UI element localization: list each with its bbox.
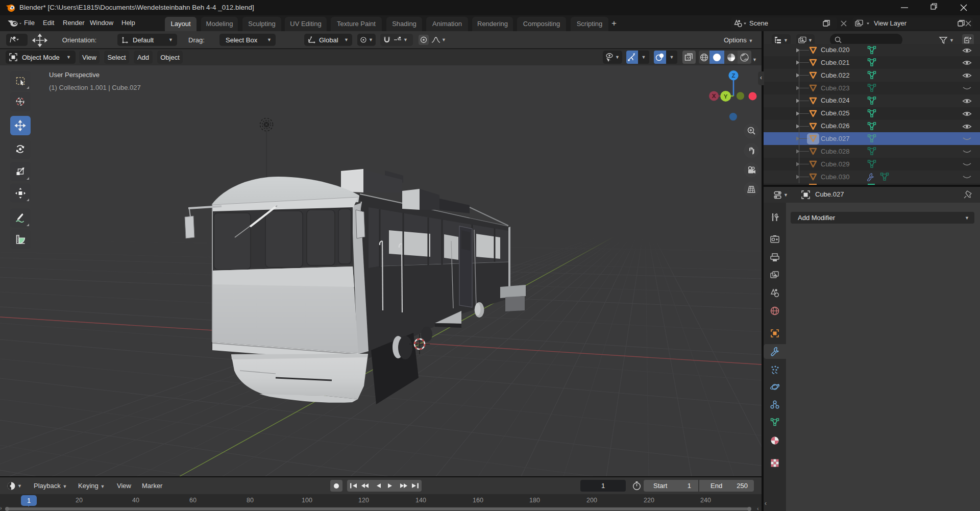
svg-text:X: X	[712, 93, 716, 99]
svg-text:Z: Z	[731, 72, 735, 79]
svg-text:Y: Y	[724, 93, 728, 100]
